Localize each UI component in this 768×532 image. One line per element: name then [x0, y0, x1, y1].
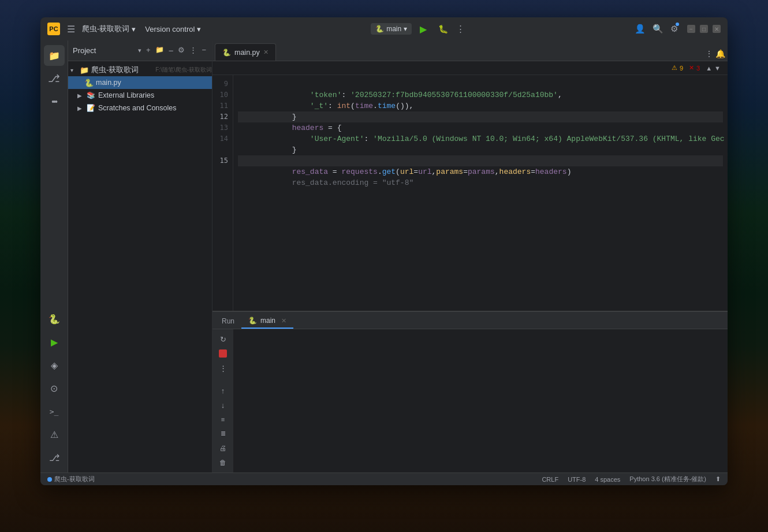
run-clear-button[interactable]: 🗑	[217, 457, 229, 468]
status-indent[interactable]: 4 spaces	[595, 476, 620, 483]
error-icon: ✕	[689, 64, 694, 72]
editor-body: 9 10 11 12 13 14 15 'token': '20250327:f…	[212, 75, 728, 311]
tab-label: main.py	[234, 49, 260, 57]
tree-item-mainpy[interactable]: 🐍 main.py	[68, 76, 212, 89]
line-num-12: 12	[212, 111, 233, 122]
panel-settings-button[interactable]: ⚙	[177, 44, 186, 57]
line-num-11: 11	[212, 101, 233, 111]
tree-item-root[interactable]: ▾ 📁 爬虫-获取歌词 F:\随笔\爬虫-获取歌词	[68, 64, 212, 76]
run-filter-active-button[interactable]: ≣	[217, 428, 229, 439]
panel-actions: + 📁 − ⚙ ⋮ −	[145, 44, 207, 57]
tree-arrow-scratches: ▶	[77, 105, 84, 111]
sidebar-item-run[interactable]: ▶	[44, 332, 65, 352]
ide-window: PC ☰ 爬虫-获取歌词 ▾ Version control ▾ 🐍 main …	[40, 17, 728, 485]
branch-name: main	[386, 25, 401, 33]
tab-more-button[interactable]: ⋮	[705, 49, 713, 58]
stop-icon	[219, 349, 227, 358]
fold-down-icon[interactable]: ▼	[714, 65, 721, 72]
editor-area: 🐍 main.py ✕ ⋮ 🔔 ⚠ 9 ✕ 3 ▲ ▼	[212, 40, 728, 473]
status-branch[interactable]: 爬虫-获取歌词	[54, 475, 95, 483]
tab-python-icon: 🐍	[222, 49, 231, 57]
tree-arrow-root: ▾	[70, 67, 77, 73]
tab-bar-actions: ⋮ 🔔	[705, 49, 725, 61]
status-interpreter[interactable]: Python 3.6 (精准任务-催款)	[629, 475, 706, 483]
run-button[interactable]: ▶	[416, 23, 430, 36]
profile-button[interactable]: 👤	[635, 24, 646, 34]
status-encoding[interactable]: CRLF	[542, 476, 558, 483]
run-tab-close-button[interactable]: ✕	[281, 317, 286, 325]
app-logo: PC	[47, 23, 60, 35]
line-num-10: 10	[212, 90, 233, 101]
panel-minimize-button[interactable]: −	[200, 44, 207, 57]
scratches-icon: 📝	[87, 104, 96, 112]
sidebar-item-problems[interactable]: ⚠	[44, 424, 65, 445]
sidebar-item-services[interactable]: ⊙	[44, 378, 65, 399]
run-scroll-up-button[interactable]: ↑	[217, 385, 229, 396]
run-tab-python-icon: 🐍	[248, 317, 257, 325]
status-share-button[interactable]: ⬆	[715, 475, 721, 483]
python-packages-icon: 🐍	[49, 314, 60, 325]
run-print-button[interactable]: 🖨	[217, 442, 229, 453]
more-actions-button[interactable]: ⋮	[456, 24, 465, 34]
tab-mainpy[interactable]: 🐍 main.py ✕	[215, 43, 276, 61]
settings-button[interactable]: ⚙	[670, 24, 678, 34]
fold-up-icon[interactable]: ▲	[706, 65, 712, 72]
git-icon: ⎇	[48, 72, 60, 85]
warning-icon: ⚠	[672, 64, 677, 72]
minimize-button[interactable]: −	[687, 25, 695, 33]
folder-icon: 📁	[49, 50, 60, 61]
code-editor[interactable]: 'token': '20250327:f7bdb9405530761100000…	[233, 75, 728, 311]
new-file-button[interactable]: +	[145, 44, 152, 57]
project-title-btn[interactable]: 爬虫-获取歌词 ▾	[82, 24, 136, 34]
sidebar-item-python-packages[interactable]: 🐍	[44, 308, 65, 329]
run-output-area[interactable]	[233, 329, 728, 473]
branch-chevron-icon: ▾	[404, 25, 407, 33]
tree-item-scratches[interactable]: ▶ 📝 Scratches and Consoles	[68, 102, 212, 114]
collapse-all-button[interactable]: −	[167, 44, 175, 57]
services-icon: ⊙	[50, 383, 58, 394]
sidebar-item-project[interactable]: 📁	[44, 45, 65, 66]
sidebar-icons: 📁 ⎇ ••• 🐍 ▶ ◈ ⊙ >_	[40, 40, 68, 473]
status-charset[interactable]: UTF-8	[568, 476, 586, 483]
run-restart-button[interactable]: ↻	[217, 334, 229, 345]
sidebar-item-terminal[interactable]: >_	[44, 401, 65, 422]
warning-count: 9	[680, 65, 683, 72]
python-file-icon: 🐍	[84, 79, 94, 87]
maximize-button[interactable]: □	[700, 25, 708, 33]
main-content: 📁 ⎇ ••• 🐍 ▶ ◈ ⊙ >_	[40, 40, 728, 473]
line-num-blank	[212, 144, 233, 155]
library-icon: 📚	[87, 91, 96, 99]
run-filter-button[interactable]: ≡	[217, 414, 229, 425]
line-num-14: 14	[212, 133, 233, 144]
sidebar-item-layers[interactable]: ◈	[44, 355, 65, 375]
sidebar-item-git[interactable]: ⎇	[44, 68, 65, 89]
notification-button[interactable]: 🔔	[715, 49, 725, 58]
panel-more-button[interactable]: ⋮	[188, 44, 198, 57]
branch-dot	[47, 477, 52, 482]
run-tab-main[interactable]: 🐍 main ✕	[241, 314, 293, 329]
debug-button[interactable]: 🐛	[435, 23, 452, 35]
run-tab-label: Run	[222, 317, 234, 325]
hamburger-menu[interactable]: ☰	[65, 23, 77, 36]
close-button[interactable]: ✕	[713, 25, 721, 33]
branch-selector[interactable]: 🐍 main ▾	[371, 23, 412, 35]
run-stop-button[interactable]	[217, 348, 229, 359]
code-line-12: headers = {	[238, 111, 723, 122]
project-tree: ▾ 📁 爬虫-获取歌词 F:\随笔\爬虫-获取歌词 🐍 main.py ▶ 📚 …	[68, 61, 212, 473]
layers-icon: ◈	[51, 360, 58, 371]
run-scroll-down-button[interactable]: ↓	[217, 400, 229, 411]
run-configs-icon: ▶	[51, 337, 58, 348]
project-chevron-icon: ▾	[132, 25, 136, 34]
run-more-button[interactable]: ⋮	[217, 363, 229, 374]
tab-close-button[interactable]: ✕	[263, 49, 269, 56]
sidebar-item-more[interactable]: •••	[44, 91, 65, 112]
version-control-btn[interactable]: Version control ▾	[145, 25, 201, 34]
new-folder-button[interactable]: 📁	[154, 44, 165, 57]
project-panel-title: Project	[73, 46, 135, 55]
tree-item-external-libs[interactable]: ▶ 📚 External Libraries	[68, 89, 212, 102]
run-tab-run[interactable]: Run	[215, 314, 241, 329]
warnings-badge[interactable]: ⚠ 9 ✕ 3 ▲ ▼	[672, 64, 721, 72]
search-button[interactable]: 🔍	[653, 24, 663, 34]
sidebar-item-git-bottom[interactable]: ⎇	[44, 447, 65, 468]
problems-icon: ⚠	[50, 429, 58, 440]
